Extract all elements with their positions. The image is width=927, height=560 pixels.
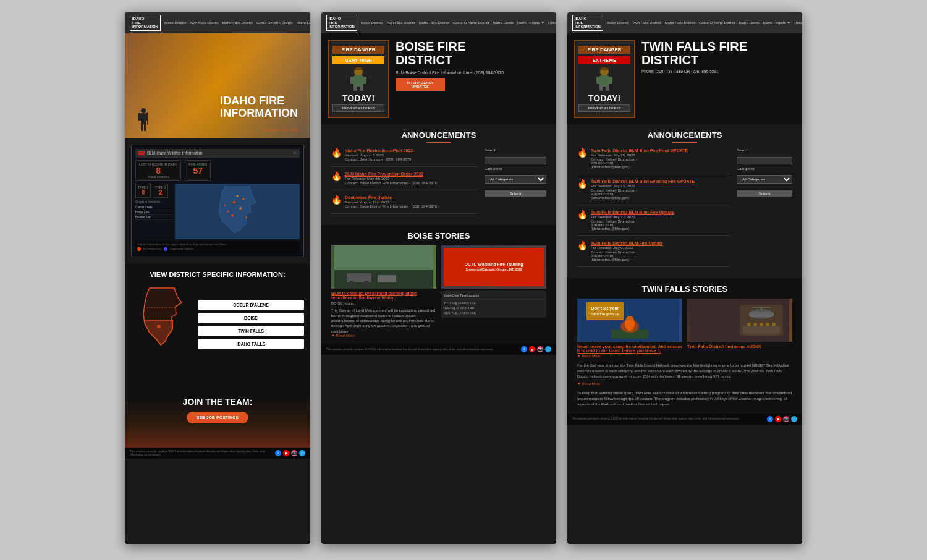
facebook-icon-2[interactable]: f	[521, 346, 527, 352]
nav-logo-1[interactable]: IDAHO FIRE INFORMATION	[130, 15, 161, 31]
twin-announce-title-1[interactable]: Twin Falls District BLM Binn Fire Final …	[591, 148, 688, 153]
nav-link-boise[interactable]: Boise District	[164, 21, 186, 25]
facebook-icon-3[interactable]: f	[767, 416, 773, 422]
nav2-coeur[interactable]: Coeur D'Alene District	[453, 21, 489, 25]
twin-fire-icon-4: 🔥	[577, 241, 587, 251]
twitter-icon-3[interactable]: 🐦	[791, 416, 797, 422]
nav3-twinfalls[interactable]: Twin Falls District	[632, 21, 661, 25]
twin-fire-danger-label: FIRE DANGER	[578, 46, 630, 54]
job-postings-btn[interactable]: SEE JOB POSTINGS	[187, 412, 248, 423]
instagram-icon[interactable]: 📷	[291, 450, 297, 456]
svg-rect-56	[743, 326, 780, 334]
announce-title-2[interactable]: BLM Idaho Fire Prevention Order 2022	[345, 172, 437, 176]
nav-link-coeur[interactable]: Coeur D'Alene District	[256, 21, 293, 25]
twin-announce-title-4[interactable]: Twin Falls District BLM Fire Update	[591, 241, 663, 245]
boise-hero: FIRE DANGER Very High	[321, 33, 556, 124]
idaho-falls-btn[interactable]: Idaho Falls	[198, 339, 304, 349]
idaho-fire-map-link[interactable]: ▶ Idaho Fire Map	[265, 127, 298, 132]
announce-item-3-content: Doublebee Fire Update Revised: August 12…	[345, 195, 437, 208]
nav-logo-2[interactable]: IDAHO FIRE INFORMATION	[326, 15, 357, 31]
announce-date-3: Revised: August 12th 2022	[345, 200, 437, 204]
instagram-icon-3[interactable]: 📷	[783, 416, 789, 422]
svg-point-60	[766, 323, 769, 326]
coeur-dalene-btn[interactable]: Coeur D'Alene	[198, 300, 304, 310]
nav3-boise[interactable]: Boise District	[607, 21, 629, 25]
svg-point-10	[227, 210, 229, 212]
youtube-icon-3[interactable]: ▶	[775, 416, 781, 422]
boise-stories-grid: BLM to conduct prescribed burning along …	[331, 245, 546, 337]
instagram-icon-2[interactable]: 📷	[537, 346, 543, 352]
twin-search-input[interactable]	[737, 157, 792, 164]
map-close-icon[interactable]: ✕	[293, 151, 297, 156]
twin-story-title-1[interactable]: Never leave your campfire unattended. An…	[577, 344, 682, 353]
nav3-lands[interactable]: Idaho Lands	[739, 21, 760, 25]
nav3-forests[interactable]: Idaho Forests ▼	[763, 21, 790, 25]
nav2-boise[interactable]: Boise District	[361, 21, 383, 25]
announce-title-3[interactable]: Doublebee Fire Update	[345, 195, 437, 200]
twin-prevent-wildfires-btn[interactable]: PREVENT WILDFIRES	[578, 104, 630, 112]
youtube-icon-2[interactable]: ▶	[529, 346, 535, 352]
prevent-wildfires-btn[interactable]: PREVENT WILDFIRES	[332, 104, 384, 112]
search-label: Search	[485, 148, 546, 152]
category-select-boise[interactable]: All Categories	[485, 175, 546, 184]
search-input-boise[interactable]	[485, 157, 546, 164]
boise-phone: BLM Boise District Fire Information Line…	[396, 70, 550, 75]
social-icons-3: f ▶ 📷 🐦	[767, 416, 797, 422]
boise-read-more-1[interactable]: ▼ Read More	[331, 334, 436, 337]
svg-rect-34	[334, 245, 433, 270]
incident-item-1: Camas Creek	[135, 205, 172, 210]
svg-point-11	[243, 198, 245, 200]
fire-danger-today: TODAY!	[332, 94, 384, 103]
twin-announce-title-3[interactable]: Twin Falls District BLM Binn Fire Update	[591, 210, 674, 214]
twin-category-select[interactable]: All Categories	[737, 175, 792, 184]
twin-story-title-2[interactable]: Twin Falls District find areas 4/25/05	[687, 344, 792, 349]
twin-fire-icon-2: 🔥	[577, 179, 587, 189]
twin-announce-date-4: For Release: July 9, 2022	[591, 246, 663, 250]
announcements-section-boise: ANNOUNCEMENTS 🔥 Idaho Fire Restrictions …	[321, 124, 556, 225]
nav2-forests[interactable]: Idaho Forests ▼	[517, 21, 544, 25]
nav2-twinfalls[interactable]: Twin Falls District	[386, 21, 415, 25]
nav-link-idaholands[interactable]: Idaho Lands	[297, 21, 310, 25]
twitter-icon-2[interactable]: 🐦	[545, 346, 551, 352]
boise-story-title-1[interactable]: BLM to conduct prescribed burning along …	[331, 291, 436, 300]
twin-search-submit-btn[interactable]: Submit	[737, 190, 792, 197]
nav3-resources[interactable]: Resources ▼	[794, 21, 802, 25]
twin-falls-btn[interactable]: Twin Falls	[198, 326, 304, 336]
hero-bg	[125, 33, 310, 138]
twin-announce-date-2: For Release: July 15, 2022	[591, 184, 695, 188]
twin-announce-title-2[interactable]: Twin Falls District BLM Binn Evening Fir…	[591, 179, 695, 184]
youtube-icon[interactable]: ▶	[283, 450, 289, 456]
nav2-resources[interactable]: Resources ▼	[548, 21, 556, 25]
facebook-icon[interactable]: f	[275, 450, 281, 456]
nav2-idahofalls[interactable]: Idaho Falls District	[419, 21, 449, 25]
district-section: VIEW DISTRICT SPECIFIC INFORMATION:	[125, 263, 310, 373]
map-visual-area[interactable]	[175, 184, 300, 239]
footer-text-2: This website primarily contains BLM Fire…	[326, 348, 521, 351]
twin-read-more-1[interactable]: ▼ Read More	[577, 354, 682, 358]
svg-point-19	[157, 325, 161, 328]
boise-btn[interactable]: Boise	[198, 313, 304, 323]
nav3-coeur[interactable]: Coeur D'Alene District	[699, 21, 735, 25]
map-left-panel: Type 1 0 Type 2 2 Ongoing Incidents Cama…	[135, 184, 172, 239]
svg-point-61	[772, 323, 776, 326]
svg-rect-24	[353, 86, 357, 91]
nav-logo-3[interactable]: IDAHO FIRE INFORMATION	[572, 15, 603, 31]
twitter-icon[interactable]: 🐦	[299, 450, 305, 456]
svg-rect-37	[596, 77, 600, 84]
story-image-2: OCTC Wildland Fire Training Snowshoe/Cas…	[441, 245, 546, 289]
nav-bar-2: IDAHO FIRE INFORMATION Boise District Tw…	[321, 12, 556, 33]
nav3-idahofalls[interactable]: Idaho Falls District	[665, 21, 695, 25]
twin-read-more-2[interactable]: ▼ Read More	[577, 381, 792, 387]
nav-link-idahofalls[interactable]: Idaho Falls District	[222, 21, 253, 25]
announce-title-1[interactable]: Idaho Fire Restrictions Plan 2022	[345, 148, 413, 153]
nav2-lands[interactable]: Idaho Lands	[493, 21, 514, 25]
search-submit-btn-boise[interactable]: Submit	[485, 190, 546, 197]
svg-point-12	[231, 214, 234, 217]
story-image-1	[331, 245, 436, 289]
svg-rect-21	[353, 75, 363, 87]
district-map-area: Coeur D'Alene Boise Twin Falls Idaho Fal…	[131, 283, 304, 366]
footer-text-1: This website primarily contains BLM Fire…	[130, 450, 275, 456]
interagency-btn[interactable]: INTERAGENCY UPDATES	[396, 78, 445, 91]
nav-link-twinfalls[interactable]: Twin Falls District	[190, 21, 219, 25]
announce-item-3: 🔥 Doublebee Fire Update Revised: August …	[331, 195, 478, 214]
